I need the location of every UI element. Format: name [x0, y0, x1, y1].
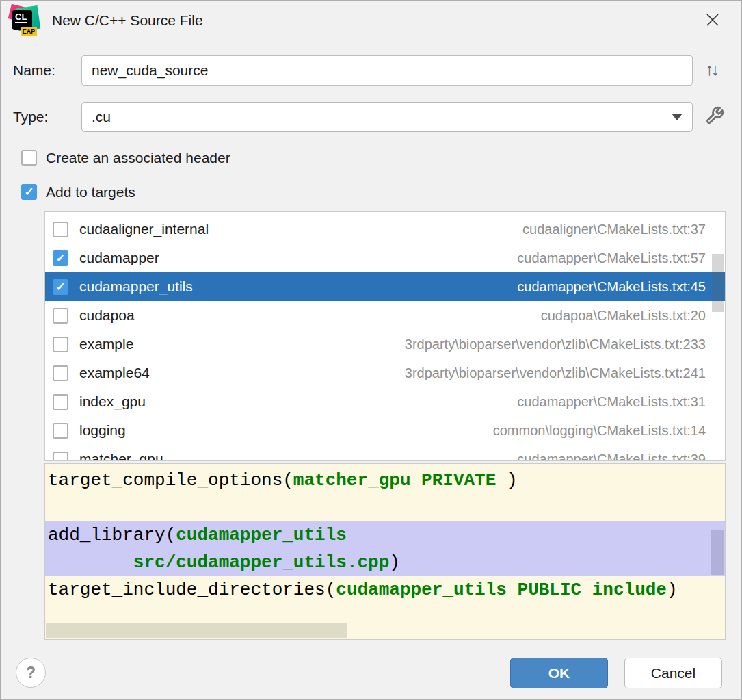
create-header-label: Create an associated header — [46, 150, 230, 166]
target-name: logging — [79, 422, 126, 439]
target-name: cudapoa — [79, 307, 135, 324]
type-label: Type: — [13, 102, 48, 132]
code-keyword: cudamapper_utils — [176, 525, 347, 545]
target-checkbox[interactable]: ✓ — [53, 337, 68, 352]
add-to-targets-label: Add to targets — [46, 184, 135, 200]
code-text: ) — [667, 580, 678, 600]
target-path: cudapoa\CMakeLists.txt:20 — [541, 308, 706, 324]
table-row[interactable]: ✓ cudapoa cudapoa\CMakeLists.txt:20 — [45, 301, 725, 330]
code-keyword: matcher_gpu PRIVATE — [293, 470, 507, 491]
checkmark-icon: ✓ — [55, 251, 65, 265]
target-path: cudamapper\CMakeLists.txt:31 — [517, 394, 706, 410]
code-text: ) — [389, 552, 400, 573]
cancel-button[interactable]: Cancel — [624, 658, 722, 688]
table-row[interactable]: ✓ cudamapper_utils cudamapper\CMakeLists… — [45, 272, 725, 301]
clion-eap-logo: CL EAP — [10, 7, 39, 36]
checkmark-icon: ✓ — [55, 280, 65, 294]
target-path: cudamapper\CMakeLists.txt:45 — [517, 279, 706, 295]
target-name: matcher_gpu — [79, 451, 163, 461]
code-line: add_library(cudamapper_utils — [45, 521, 725, 549]
close-icon[interactable] — [703, 10, 722, 29]
code-line: src/cudamapper_utils.cpp) — [45, 549, 725, 576]
target-checkbox[interactable]: ✓ — [53, 365, 68, 381]
dialog-title: New C/C++ Source File — [52, 12, 203, 29]
target-path: cudamapper\CMakeLists.txt:57 — [517, 250, 706, 266]
code-text: add_library( — [48, 525, 176, 545]
dropdown-arrow-icon[interactable] — [672, 114, 683, 120]
ok-button[interactable]: OK — [510, 658, 608, 688]
target-name: index_gpu — [79, 393, 146, 410]
table-row[interactable]: ✓ cudaaligner_internal cudaaligner\CMake… — [45, 215, 725, 244]
target-checkbox[interactable]: ✓ — [53, 279, 68, 295]
table-row[interactable]: ✓ index_gpu cudamapper\CMakeLists.txt:31 — [45, 387, 725, 416]
table-row[interactable]: ✓ matcher_gpu cudamapper\CMakeLists.txt:… — [45, 445, 725, 461]
target-checkbox[interactable]: ✓ — [53, 308, 68, 324]
logo-cl-text: CL — [15, 12, 27, 23]
target-checkbox[interactable]: ✓ — [53, 222, 68, 237]
logo-eap-badge: EAP — [21, 27, 37, 36]
cmake-preview-panel: target_compile_options(matcher_gpu PRIVA… — [44, 463, 726, 640]
checkmark-icon: ✓ — [24, 185, 34, 199]
table-row[interactable]: ✓ example 3rdparty\bioparser\vendor\zlib… — [45, 330, 725, 359]
add-to-targets-checkbox[interactable]: ✓ — [21, 184, 37, 200]
code-line: target_include_directories(cudamapper_ut… — [45, 576, 725, 604]
target-name: cudamapper — [79, 250, 159, 266]
table-row[interactable]: ✓ example64 3rdparty\bioparser\vendor\zl… — [45, 359, 725, 387]
type-selected-value: .cu — [92, 109, 111, 125]
code-line: target_compile_options(matcher_gpu PRIVA… — [45, 467, 725, 494]
name-label: Name: — [13, 55, 55, 86]
new-source-file-dialog: CL EAP New C/C++ Source File Name: ↑↓ Ty… — [0, 0, 742, 700]
code-keyword: src/cudamapper_utils.cpp — [133, 552, 389, 573]
target-checkbox[interactable]: ✓ — [53, 394, 68, 410]
target-checkbox[interactable]: ✓ — [53, 250, 68, 266]
table-row[interactable]: ✓ logging common\logging\CMakeLists.txt:… — [45, 416, 725, 445]
target-name: cudaaligner_internal — [79, 221, 209, 237]
table-row[interactable]: ✓ cudamapper cudamapper\CMakeLists.txt:5… — [45, 244, 725, 272]
help-button[interactable]: ? — [16, 658, 46, 688]
list-vertical-scrollbar[interactable] — [712, 254, 724, 312]
code-text — [48, 552, 133, 573]
target-path: common\logging\CMakeLists.txt:14 — [493, 423, 706, 439]
code-keyword: cudamapper_utils PUBLIC include — [336, 580, 667, 600]
type-dropdown[interactable]: .cu — [81, 102, 693, 132]
target-path: cudaaligner\CMakeLists.txt:37 — [522, 222, 706, 237]
code-text: target_compile_options( — [48, 470, 293, 491]
target-path: cudamapper\CMakeLists.txt:39 — [517, 452, 706, 461]
target-name: cudamapper_utils — [79, 278, 193, 295]
code-line — [45, 494, 725, 521]
target-path: 3rdparty\bioparser\vendor\zlib\CMakeList… — [405, 365, 706, 381]
target-checkbox[interactable]: ✓ — [53, 452, 68, 461]
target-path: 3rdparty\bioparser\vendor\zlib\CMakeList… — [405, 337, 706, 352]
code-text: ) — [507, 470, 518, 491]
history-up-down-icon[interactable]: ↑↓ — [705, 60, 717, 79]
target-list: ✓ cudaaligner_internal cudaaligner\CMake… — [44, 211, 726, 461]
wrench-icon[interactable] — [705, 106, 724, 128]
create-header-checkbox[interactable]: ✓ — [21, 150, 37, 166]
target-name: example — [79, 336, 133, 352]
code-text: target_include_directories( — [48, 580, 336, 600]
name-input[interactable] — [81, 55, 693, 86]
target-checkbox[interactable]: ✓ — [53, 423, 68, 439]
preview-horizontal-scrollbar[interactable] — [46, 623, 347, 638]
target-name: example64 — [79, 365, 150, 381]
preview-vertical-scrollbar[interactable] — [711, 530, 724, 575]
